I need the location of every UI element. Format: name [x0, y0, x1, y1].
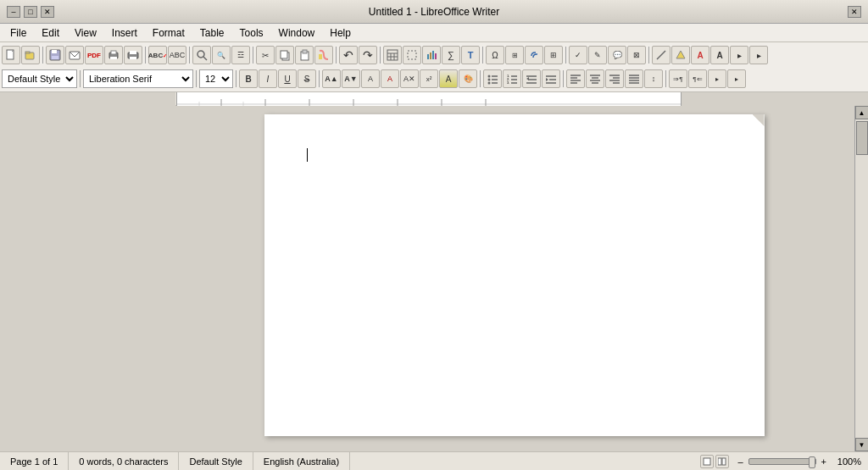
ordered-list-button[interactable]: 1.2.3.	[503, 69, 521, 88]
pdf-button[interactable]: PDF	[85, 46, 103, 64]
align-justify-button[interactable]	[625, 69, 643, 88]
clear-format-button[interactable]: A✕	[400, 69, 419, 88]
zoom-slider[interactable]	[748, 458, 816, 465]
open-button[interactable]	[21, 46, 40, 64]
more-controls-button[interactable]: ▸	[730, 46, 748, 64]
special-char-button[interactable]: Ω	[486, 46, 504, 64]
text-box-button[interactable]: T	[461, 46, 480, 64]
paste-button[interactable]	[295, 46, 314, 64]
print-button[interactable]	[124, 46, 142, 64]
bold-button[interactable]: B	[239, 69, 258, 88]
scroll-thumb[interactable]	[856, 121, 868, 155]
undo-button[interactable]: ↶	[339, 46, 358, 64]
ltr-button[interactable]: ⇒¶	[669, 69, 687, 88]
svg-rect-28	[430, 53, 431, 59]
font-color2-button[interactable]: A	[381, 69, 399, 88]
single-page-view-button[interactable]	[700, 455, 714, 468]
track-changes-button[interactable]: ✓	[569, 46, 587, 64]
clone-format-button[interactable]	[314, 46, 333, 64]
draw-line-button[interactable]	[652, 46, 670, 64]
menu-tools[interactable]: Tools	[233, 25, 270, 41]
email-button[interactable]	[65, 46, 84, 64]
zoom-out-button[interactable]: –	[736, 456, 744, 467]
menu-format[interactable]: Format	[146, 25, 192, 41]
minimize-button[interactable]: –	[7, 6, 20, 18]
merge-button[interactable]: ⊠	[627, 46, 646, 64]
redo-button[interactable]: ↷	[359, 46, 377, 64]
line-spacing-button[interactable]: ↕	[644, 69, 663, 88]
underline-button[interactable]: U	[278, 69, 297, 88]
insert-table-button[interactable]	[383, 46, 402, 64]
spellcheck-button[interactable]: ABC✓	[148, 46, 167, 64]
svg-rect-3	[25, 52, 30, 53]
paragraph-style-select[interactable]: Default Style	[2, 69, 77, 88]
scroll-up-button[interactable]: ▲	[855, 106, 869, 119]
menu-file[interactable]: File	[3, 25, 33, 41]
navigator-button[interactable]: ☲	[231, 46, 250, 64]
menu-view[interactable]: View	[68, 25, 103, 41]
language-status: English (Australia)	[253, 452, 350, 470]
cross-ref-button[interactable]: ⊞	[544, 46, 563, 64]
superscript-button[interactable]: x²	[420, 69, 438, 88]
font-size-select[interactable]: 12	[199, 69, 233, 88]
extra-controls-button[interactable]: ▸	[749, 46, 768, 64]
multi-page-view-button[interactable]	[715, 455, 729, 468]
svg-rect-6	[52, 56, 58, 59]
italic-button[interactable]: I	[259, 69, 277, 88]
align-center-button[interactable]	[586, 69, 604, 88]
highlight-color-button[interactable]: A	[439, 69, 458, 88]
menu-insert[interactable]: Insert	[105, 25, 144, 41]
find-button[interactable]	[192, 46, 211, 64]
font-color-button[interactable]: A	[691, 46, 709, 64]
align-left-button[interactable]	[566, 69, 585, 88]
print-preview-button[interactable]	[104, 46, 123, 64]
zoom-slider-thumb[interactable]	[809, 456, 815, 468]
zoom-in-button[interactable]: +	[820, 456, 828, 467]
menu-table[interactable]: Table	[193, 25, 231, 41]
svg-rect-20	[319, 54, 322, 59]
svg-rect-81	[722, 458, 726, 465]
maximize-button[interactable]: □	[24, 6, 37, 18]
status-right-area: – + 100%	[700, 455, 868, 468]
vertical-scrollbar[interactable]: ▲ ▼	[854, 106, 868, 451]
autocorrect-button[interactable]: ABC	[168, 46, 186, 64]
document-page[interactable]	[264, 114, 765, 436]
menu-edit[interactable]: Edit	[35, 25, 66, 41]
close-button[interactable]: ✕	[41, 6, 54, 18]
copy-button[interactable]	[275, 46, 294, 64]
increase-font-button[interactable]: A▲	[322, 69, 341, 88]
draw-shape-button[interactable]	[671, 46, 690, 64]
comment-button[interactable]: 💬	[608, 46, 626, 64]
findreplace-button[interactable]: 🔍	[212, 46, 231, 64]
insert-field-button[interactable]: ⊞	[505, 46, 524, 64]
scroll-down-button[interactable]: ▼	[855, 438, 869, 451]
file-toolbar-group	[2, 46, 40, 64]
window-close-button[interactable]: ✕	[848, 6, 861, 18]
strikethrough-button[interactable]: S	[298, 69, 316, 88]
char-format-button[interactable]: A	[361, 69, 380, 88]
document-area[interactable]	[174, 106, 854, 451]
scroll-track[interactable]	[855, 119, 869, 438]
font-name-select[interactable]: Liberation Serif	[83, 69, 193, 88]
decrease-indent-button[interactable]	[522, 69, 541, 88]
highlighting-button[interactable]: A	[710, 46, 729, 64]
svg-text:3.: 3.	[507, 80, 509, 85]
formula-button[interactable]: ∑	[442, 46, 460, 64]
unordered-list-button[interactable]	[483, 69, 502, 88]
menu-help[interactable]: Help	[323, 25, 358, 41]
decrease-font-button[interactable]: A▼	[342, 69, 360, 88]
char-highlight-button[interactable]: 🎨	[459, 69, 477, 88]
more-format-button[interactable]: ▸	[708, 69, 726, 88]
new-button[interactable]	[2, 46, 20, 64]
save-button[interactable]	[46, 46, 64, 64]
rtl-button[interactable]: ¶⇐	[688, 69, 707, 88]
extra-format-button[interactable]: ▸	[727, 69, 746, 88]
insert-frame-button[interactable]	[403, 46, 421, 64]
cut-button[interactable]: ✂	[256, 46, 275, 64]
show-changes-button[interactable]: ✎	[588, 46, 607, 64]
increase-indent-button[interactable]	[542, 69, 560, 88]
menu-window[interactable]: Window	[272, 25, 322, 41]
align-right-button[interactable]	[605, 69, 624, 88]
insert-chart-button[interactable]	[422, 46, 441, 64]
hyperlink-button[interactable]	[525, 46, 543, 64]
